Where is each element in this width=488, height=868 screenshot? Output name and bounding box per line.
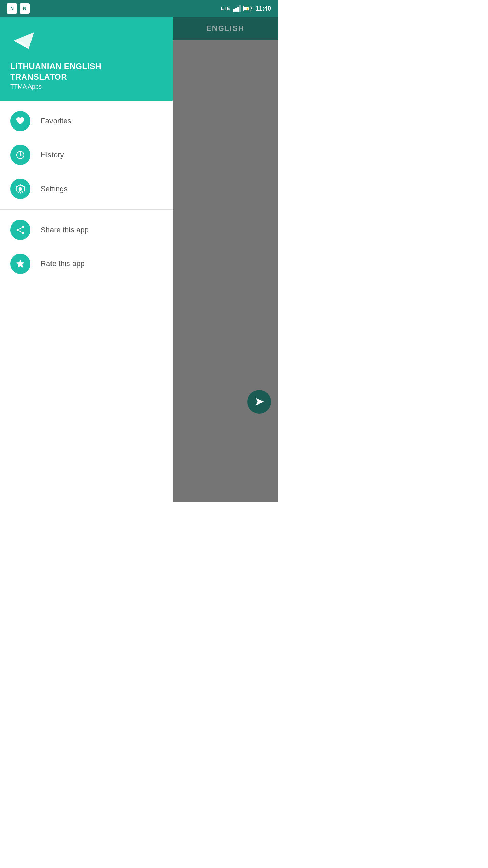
drawer-item-history[interactable]: History — [0, 138, 173, 172]
app-subtitle: TTMA Apps — [10, 83, 163, 91]
rate-icon-circle — [10, 254, 30, 274]
battery-icon: ⚡ — [243, 6, 253, 11]
svg-rect-3 — [239, 5, 241, 12]
status-bar: N N LTE ⚡ 11:40 — [0, 0, 278, 17]
favorites-icon-circle — [10, 111, 30, 131]
favorites-label: Favorites — [41, 117, 71, 125]
svg-marker-8 — [14, 32, 34, 49]
svg-rect-2 — [237, 7, 239, 12]
app-layout: LITHUANIAN ENGLISHTRANSLATOR TTMA Apps F… — [0, 17, 278, 502]
svg-line-18 — [19, 228, 22, 229]
drawer-item-favorites[interactable]: Favorites — [0, 104, 173, 138]
app-title-block: LITHUANIAN ENGLISHTRANSLATOR TTMA Apps — [10, 61, 163, 91]
main-panel: ENGLISH — [173, 17, 278, 502]
status-bar-right: LTE ⚡ 11:40 — [221, 5, 271, 12]
star-icon — [15, 259, 25, 269]
svg-text:⚡: ⚡ — [245, 7, 250, 11]
drawer-item-settings[interactable]: Settings — [0, 172, 173, 206]
share-icon — [15, 225, 25, 235]
send-icon — [254, 396, 265, 407]
translate-button[interactable] — [247, 390, 271, 414]
svg-point-15 — [22, 226, 24, 228]
drawer-item-share[interactable]: Share this app — [0, 213, 173, 247]
drawer-header: LITHUANIAN ENGLISHTRANSLATOR TTMA Apps — [0, 17, 173, 101]
share-icon-circle — [10, 220, 30, 240]
clock: 11:40 — [256, 5, 271, 12]
svg-marker-20 — [16, 260, 24, 268]
app-name: LITHUANIAN ENGLISHTRANSLATOR — [10, 61, 163, 82]
history-label: History — [41, 151, 64, 159]
drawer: LITHUANIAN ENGLISHTRANSLATOR TTMA Apps F… — [0, 17, 173, 502]
share-label: Share this app — [41, 225, 89, 234]
svg-line-19 — [19, 231, 22, 232]
clock-icon — [15, 150, 25, 160]
main-content — [173, 40, 278, 502]
svg-rect-6 — [251, 7, 252, 9]
svg-rect-1 — [235, 8, 237, 12]
drawer-divider — [0, 209, 173, 210]
settings-label: Settings — [41, 184, 68, 193]
nougat-icon-2: N — [20, 3, 30, 14]
settings-icon-circle — [10, 179, 30, 199]
history-icon-circle — [10, 145, 30, 165]
signal-icon — [233, 5, 241, 12]
svg-point-16 — [17, 229, 19, 231]
drawer-item-rate[interactable]: Rate this app — [0, 247, 173, 281]
status-bar-left: N N — [7, 3, 30, 14]
rate-label: Rate this app — [41, 259, 85, 268]
main-header-title: ENGLISH — [206, 24, 244, 33]
main-header: ENGLISH — [173, 17, 278, 40]
gear-icon — [15, 184, 25, 194]
nougat-icon-1: N — [7, 3, 17, 14]
heart-icon — [15, 116, 25, 126]
svg-rect-0 — [233, 9, 235, 12]
lte-badge: LTE — [221, 6, 230, 11]
svg-point-17 — [22, 232, 24, 234]
drawer-items: Favorites History — [0, 101, 173, 502]
svg-marker-21 — [256, 398, 264, 405]
app-logo — [10, 27, 37, 54]
